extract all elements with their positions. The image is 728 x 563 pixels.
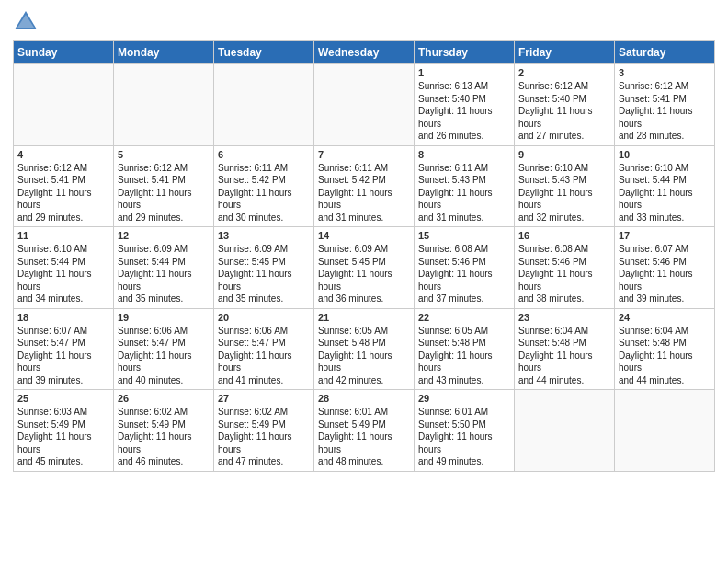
cell-info: Sunrise: 6:11 AMSunset: 5:42 PMDaylight:… bbox=[318, 162, 410, 224]
calendar-cell bbox=[114, 64, 214, 146]
cell-info: Sunrise: 6:03 AMSunset: 5:49 PMDaylight:… bbox=[17, 406, 109, 468]
calendar-cell: 8Sunrise: 6:11 AMSunset: 5:43 PMDaylight… bbox=[415, 145, 515, 227]
calendar-cell: 26Sunrise: 6:02 AMSunset: 5:49 PMDayligh… bbox=[114, 390, 214, 472]
cell-info: Sunrise: 6:02 AMSunset: 5:49 PMDaylight:… bbox=[118, 406, 210, 468]
calendar-cell: 4Sunrise: 6:12 AMSunset: 5:41 PMDaylight… bbox=[14, 145, 114, 227]
day-number: 12 bbox=[118, 230, 210, 241]
calendar-cell bbox=[214, 64, 314, 146]
day-number: 7 bbox=[318, 149, 410, 160]
day-number: 27 bbox=[218, 393, 310, 404]
day-number: 4 bbox=[17, 149, 109, 160]
day-number: 23 bbox=[518, 312, 610, 323]
calendar-cell: 23Sunrise: 6:04 AMSunset: 5:48 PMDayligh… bbox=[515, 308, 615, 390]
cell-info: Sunrise: 6:13 AMSunset: 5:40 PMDaylight:… bbox=[418, 80, 510, 143]
cell-info: Sunrise: 6:02 AMSunset: 5:49 PMDaylight:… bbox=[218, 406, 310, 468]
day-number: 10 bbox=[619, 149, 711, 160]
calendar-week-1: 1Sunrise: 6:13 AMSunset: 5:40 PMDaylight… bbox=[14, 64, 715, 146]
calendar-cell: 15Sunrise: 6:08 AMSunset: 5:46 PMDayligh… bbox=[415, 227, 515, 309]
cell-info: Sunrise: 6:07 AMSunset: 5:46 PMDaylight:… bbox=[619, 243, 711, 305]
cell-info: Sunrise: 6:09 AMSunset: 5:45 PMDaylight:… bbox=[218, 243, 310, 305]
cell-info: Sunrise: 6:07 AMSunset: 5:47 PMDaylight:… bbox=[17, 325, 109, 387]
calendar-cell: 11Sunrise: 6:10 AMSunset: 5:44 PMDayligh… bbox=[14, 227, 114, 309]
cell-info: Sunrise: 6:11 AMSunset: 5:43 PMDaylight:… bbox=[418, 162, 510, 224]
calendar-cell: 12Sunrise: 6:09 AMSunset: 5:44 PMDayligh… bbox=[114, 227, 214, 309]
calendar-week-4: 18Sunrise: 6:07 AMSunset: 5:47 PMDayligh… bbox=[14, 308, 715, 390]
calendar-cell: 2Sunrise: 6:12 AMSunset: 5:40 PMDaylight… bbox=[515, 64, 615, 146]
day-number: 20 bbox=[218, 312, 310, 323]
cell-info: Sunrise: 6:06 AMSunset: 5:47 PMDaylight:… bbox=[218, 325, 310, 387]
weekday-header-saturday: Saturday bbox=[615, 41, 715, 64]
day-number: 19 bbox=[118, 312, 210, 323]
cell-info: Sunrise: 6:04 AMSunset: 5:48 PMDaylight:… bbox=[518, 325, 610, 387]
calendar-cell: 7Sunrise: 6:11 AMSunset: 5:42 PMDaylight… bbox=[314, 145, 415, 227]
calendar-cell bbox=[314, 64, 415, 146]
calendar-cell: 16Sunrise: 6:08 AMSunset: 5:46 PMDayligh… bbox=[515, 227, 615, 309]
calendar-container: SundayMondayTuesdayWednesdayThursdayFrid… bbox=[0, 0, 728, 481]
calendar-cell bbox=[515, 390, 615, 472]
cell-info: Sunrise: 6:12 AMSunset: 5:41 PMDaylight:… bbox=[17, 162, 109, 224]
weekday-header-tuesday: Tuesday bbox=[214, 41, 314, 64]
header-row bbox=[13, 9, 715, 35]
weekday-header-friday: Friday bbox=[515, 41, 615, 64]
day-number: 3 bbox=[619, 67, 711, 78]
calendar-cell: 14Sunrise: 6:09 AMSunset: 5:45 PMDayligh… bbox=[314, 227, 415, 309]
calendar-week-5: 25Sunrise: 6:03 AMSunset: 5:49 PMDayligh… bbox=[14, 390, 715, 472]
calendar-cell: 3Sunrise: 6:12 AMSunset: 5:41 PMDaylight… bbox=[615, 64, 715, 146]
day-number: 26 bbox=[118, 393, 210, 404]
cell-info: Sunrise: 6:08 AMSunset: 5:46 PMDaylight:… bbox=[518, 243, 610, 305]
cell-info: Sunrise: 6:05 AMSunset: 5:48 PMDaylight:… bbox=[318, 325, 410, 387]
cell-info: Sunrise: 6:12 AMSunset: 5:41 PMDaylight:… bbox=[118, 162, 210, 224]
day-number: 1 bbox=[418, 67, 510, 78]
day-number: 11 bbox=[17, 230, 109, 241]
calendar-cell: 17Sunrise: 6:07 AMSunset: 5:46 PMDayligh… bbox=[615, 227, 715, 309]
day-number: 5 bbox=[118, 149, 210, 160]
day-number: 28 bbox=[318, 393, 410, 404]
day-number: 15 bbox=[418, 230, 510, 241]
calendar-cell: 28Sunrise: 6:01 AMSunset: 5:49 PMDayligh… bbox=[314, 390, 415, 472]
calendar-cell: 5Sunrise: 6:12 AMSunset: 5:41 PMDaylight… bbox=[114, 145, 214, 227]
calendar-week-2: 4Sunrise: 6:12 AMSunset: 5:41 PMDaylight… bbox=[14, 145, 715, 227]
calendar-cell bbox=[615, 390, 715, 472]
day-number: 14 bbox=[318, 230, 410, 241]
logo-icon bbox=[13, 9, 39, 35]
cell-info: Sunrise: 6:09 AMSunset: 5:45 PMDaylight:… bbox=[318, 243, 410, 305]
day-number: 29 bbox=[418, 393, 510, 404]
calendar-cell: 19Sunrise: 6:06 AMSunset: 5:47 PMDayligh… bbox=[114, 308, 214, 390]
cell-info: Sunrise: 6:10 AMSunset: 5:43 PMDaylight:… bbox=[518, 162, 610, 224]
weekday-header-row: SundayMondayTuesdayWednesdayThursdayFrid… bbox=[14, 41, 715, 64]
weekday-header-sunday: Sunday bbox=[14, 41, 114, 64]
cell-info: Sunrise: 6:05 AMSunset: 5:48 PMDaylight:… bbox=[418, 325, 510, 387]
calendar-cell: 21Sunrise: 6:05 AMSunset: 5:48 PMDayligh… bbox=[314, 308, 415, 390]
calendar-cell: 29Sunrise: 6:01 AMSunset: 5:50 PMDayligh… bbox=[415, 390, 515, 472]
cell-info: Sunrise: 6:08 AMSunset: 5:46 PMDaylight:… bbox=[418, 243, 510, 305]
calendar-cell: 13Sunrise: 6:09 AMSunset: 5:45 PMDayligh… bbox=[214, 227, 314, 309]
weekday-header-wednesday: Wednesday bbox=[314, 41, 415, 64]
day-number: 18 bbox=[17, 312, 109, 323]
day-number: 9 bbox=[518, 149, 610, 160]
calendar-cell: 20Sunrise: 6:06 AMSunset: 5:47 PMDayligh… bbox=[214, 308, 314, 390]
calendar-cell bbox=[14, 64, 114, 146]
calendar-cell: 1Sunrise: 6:13 AMSunset: 5:40 PMDaylight… bbox=[415, 64, 515, 146]
day-number: 8 bbox=[418, 149, 510, 160]
calendar-cell: 6Sunrise: 6:11 AMSunset: 5:42 PMDaylight… bbox=[214, 145, 314, 227]
cell-info: Sunrise: 6:09 AMSunset: 5:44 PMDaylight:… bbox=[118, 243, 210, 305]
calendar-week-3: 11Sunrise: 6:10 AMSunset: 5:44 PMDayligh… bbox=[14, 227, 715, 309]
calendar-cell: 18Sunrise: 6:07 AMSunset: 5:47 PMDayligh… bbox=[14, 308, 114, 390]
cell-info: Sunrise: 6:12 AMSunset: 5:40 PMDaylight:… bbox=[518, 80, 610, 143]
calendar-cell: 22Sunrise: 6:05 AMSunset: 5:48 PMDayligh… bbox=[415, 308, 515, 390]
calendar-cell: 25Sunrise: 6:03 AMSunset: 5:49 PMDayligh… bbox=[14, 390, 114, 472]
day-number: 22 bbox=[418, 312, 510, 323]
day-number: 25 bbox=[17, 393, 109, 404]
cell-info: Sunrise: 6:10 AMSunset: 5:44 PMDaylight:… bbox=[17, 243, 109, 305]
cell-info: Sunrise: 6:10 AMSunset: 5:44 PMDaylight:… bbox=[619, 162, 711, 224]
day-number: 17 bbox=[619, 230, 711, 241]
calendar-cell: 24Sunrise: 6:04 AMSunset: 5:48 PMDayligh… bbox=[615, 308, 715, 390]
day-number: 24 bbox=[619, 312, 711, 323]
day-number: 2 bbox=[518, 67, 610, 78]
cell-info: Sunrise: 6:01 AMSunset: 5:49 PMDaylight:… bbox=[318, 406, 410, 468]
day-number: 6 bbox=[218, 149, 310, 160]
cell-info: Sunrise: 6:04 AMSunset: 5:48 PMDaylight:… bbox=[619, 325, 711, 387]
cell-info: Sunrise: 6:06 AMSunset: 5:47 PMDaylight:… bbox=[118, 325, 210, 387]
cell-info: Sunrise: 6:01 AMSunset: 5:50 PMDaylight:… bbox=[418, 406, 510, 468]
weekday-header-thursday: Thursday bbox=[415, 41, 515, 64]
